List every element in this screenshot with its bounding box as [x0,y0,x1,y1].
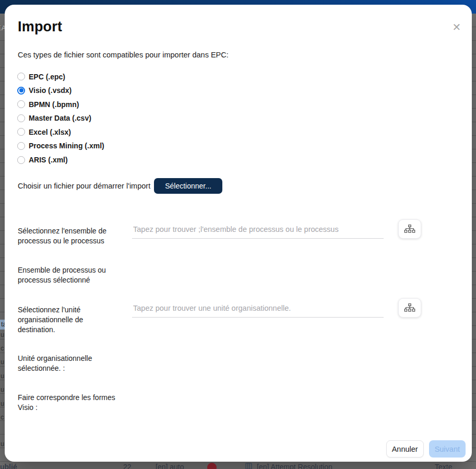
bg-language-cell: [en] auto [156,463,184,469]
bg-item-name-cell: [en] Attempt Resolution [257,463,332,469]
org-unit-search-input[interactable] [132,298,384,318]
radio-circle-icon[interactable] [17,128,25,136]
radio-label: Process Mining (.xml) [29,142,104,150]
radio-label: Master Data (.csv) [29,114,91,122]
radio-process-mining[interactable]: Process Mining (.xml) [17,142,104,150]
file-picker-label: Choisir un fichier pour démarrer l'impor… [18,182,150,190]
sitemap-icon [404,225,415,233]
table-columns-icon [245,463,252,469]
bg-status-fragment: ublié [0,463,17,469]
radio-bpmn[interactable]: BPMN (.bpmn) [17,100,104,109]
org-unit-select-label: Sélectionnez l'unité organisationnelle d… [18,298,132,335]
import-dialog: Import ✕ Ces types de fichier sont compa… [5,5,472,462]
intro-text: Ces types de fichier sont compatibles po… [18,51,229,59]
bg-number-cell: 22 [123,463,132,469]
dialog-footer: Annuler Suivant [386,440,466,458]
process-tree-picker-button[interactable] [398,219,421,239]
process-selected-label: Ensemble de processus ou processus sélec… [18,265,132,285]
sitemap-icon [404,303,415,312]
radio-label: Visio (.vsdx) [29,86,72,95]
close-icon[interactable]: ✕ [450,20,463,34]
radio-aris[interactable]: ARIS (.xml) [17,156,104,165]
select-file-button[interactable]: Sélectionner... [154,178,222,194]
status-dot-icon [207,463,217,469]
radio-excel[interactable]: Excel (.xlsx) [17,127,104,136]
bg-type-cell: Texte [435,463,452,469]
process-search-input[interactable] [132,219,384,239]
radio-visio[interactable]: Visio (.vsdx) [17,86,104,95]
radio-epc[interactable]: EPC (.epc) [17,72,104,81]
radio-circle-icon[interactable] [17,114,25,122]
radio-label: Excel (.xlsx) [29,128,71,136]
radio-label: EPC (.epc) [29,73,65,81]
cancel-button[interactable]: Annuler [386,440,424,458]
radio-master-data[interactable]: Master Data (.csv) [17,114,104,123]
process-select-label: Sélectionnez l'ensemble de processus ou … [18,219,132,246]
radio-circle-icon[interactable] [17,100,25,108]
radio-label: BPMN (.bpmn) [29,100,79,109]
radio-circle-icon[interactable] [17,73,25,80]
org-tree-picker-button[interactable] [398,298,421,318]
radio-label: ARIS (.xml) [29,156,68,164]
org-unit-selected-label: Unité organisationnelle sélectionnée. : [18,354,132,373]
dialog-title: Import [18,19,62,35]
next-button[interactable]: Suivant [429,440,466,458]
match-visio-shapes-label: Faire correspondre les formes Visio : [18,393,132,413]
radio-circle-icon[interactable] [17,156,25,164]
radio-circle-icon[interactable] [17,142,25,150]
file-type-radio-group: EPC (.epc) Visio (.vsdx) BPMN (.bpmn) Ma… [17,72,104,169]
radio-circle-icon[interactable] [17,87,25,95]
